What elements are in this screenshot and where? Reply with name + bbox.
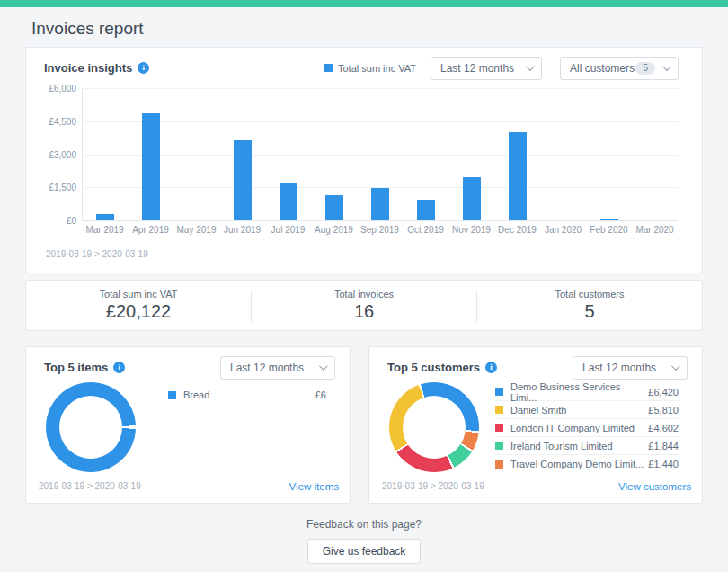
top-customers-card: Top 5 customers i Last 12 months Demo Bu… [368, 346, 703, 504]
bar-slot [266, 88, 312, 220]
legend-item-value: £5,810 [648, 405, 679, 416]
summary-total-invoices: Total invoices 16 [252, 289, 476, 322]
customers-period-dropdown[interactable]: Last 12 months [573, 356, 688, 380]
x-axis-tick: Mar 2019 [82, 225, 128, 235]
chevron-down-icon [671, 362, 680, 371]
top-items-body: Bread£6 [26, 379, 350, 481]
chevron-down-icon [319, 362, 328, 371]
bar-chart-xlabels: Mar 2019Apr 2019May 2019Jun 2019Jul 2019… [82, 225, 678, 235]
page-content: Invoices report Invoice insights i Total… [0, 18, 728, 564]
legend-swatch [495, 388, 503, 396]
x-axis-tick: Dec 2019 [494, 225, 540, 235]
bar-jul-2019[interactable] [280, 183, 297, 220]
x-axis-tick: Mar 2020 [632, 225, 678, 235]
items-period-dropdown[interactable]: Last 12 months [220, 356, 335, 380]
bar-slot [448, 88, 494, 220]
bar-jun-2019[interactable] [234, 140, 252, 220]
customers-dropdown-value: All customers [570, 62, 635, 75]
bar-slot [312, 88, 358, 220]
bar-feb-2020[interactable] [600, 219, 618, 220]
bar-dec-2019[interactable] [509, 132, 527, 220]
top-customers-footer: 2019-03-19 > 2020-03-19 View customers [369, 481, 702, 503]
info-icon[interactable]: i [113, 362, 125, 373]
customers-count-badge: 5 [635, 62, 655, 75]
insights-date-range: 2019-03-19 > 2020-03-19 [46, 249, 702, 260]
y-axis-tick: £0 [67, 216, 76, 226]
x-axis-tick: Jul 2019 [265, 225, 311, 235]
x-axis-tick: Apr 2019 [128, 225, 173, 235]
customers-dropdown[interactable]: All customers 5 [560, 57, 679, 80]
summary-total-customers: Total customers 5 [477, 289, 702, 322]
summary-value: 5 [477, 301, 702, 322]
x-axis-tick: Feb 2020 [586, 225, 632, 235]
page-title: Invoices report [31, 18, 703, 39]
x-axis-tick: Aug 2019 [311, 225, 357, 235]
x-axis-tick: Nov 2019 [448, 225, 494, 235]
bar-slot [83, 88, 129, 220]
y-axis-tick: £1,500 [49, 183, 76, 192]
top-items-header: Top 5 items i Last 12 months [26, 347, 350, 379]
period-dropdown-value: Last 12 months [440, 62, 514, 75]
legend-item-label: Travel Company Demo Limit... [510, 459, 644, 469]
info-icon[interactable]: i [485, 362, 497, 373]
bar-slot [403, 88, 448, 220]
legend-row: Travel Company Demo Limit...£1,440 [495, 455, 679, 473]
feedback-button[interactable]: Give us feedback [307, 539, 422, 564]
legend-item-label: London IT Company Limited [510, 423, 635, 433]
legend-row: Daniel Smith£5,810 [495, 401, 679, 419]
legend-item-value: £4,602 [648, 423, 679, 433]
insights-title: Invoice insights [44, 61, 132, 75]
bar-slot [129, 88, 174, 220]
bar-slot [358, 88, 404, 220]
customers-legend: Demo Business Services Limi...£6,420Dani… [495, 382, 679, 481]
period-dropdown[interactable]: Last 12 months [431, 57, 542, 80]
top-items-title: Top 5 items [44, 361, 108, 374]
top-customers-title: Top 5 customers [387, 361, 480, 374]
legend-item-value: £1,844 [648, 441, 679, 451]
customers-date-range: 2019-03-19 > 2020-03-19 [382, 481, 484, 492]
bar-slot [540, 88, 586, 220]
chart-legend: Total sum inc VAT [324, 63, 416, 74]
items-period-value: Last 12 months [230, 362, 304, 374]
bar-aug-2019[interactable] [325, 195, 343, 220]
bar-sep-2019[interactable] [371, 188, 389, 220]
x-axis-tick: Oct 2019 [403, 225, 448, 235]
legend-row: Ireland Tourism Limited£1,844 [495, 437, 679, 455]
x-axis-tick: Jan 2020 [540, 225, 586, 235]
summary-card: Total sum inc VAT £20,122 Total invoices… [25, 280, 703, 331]
legend-swatch [495, 424, 503, 432]
info-icon[interactable]: i [138, 62, 149, 74]
customers-donut-chart[interactable] [389, 382, 479, 472]
legend-swatch [324, 64, 333, 72]
top-items-footer: 2019-03-19 > 2020-03-19 View items [26, 481, 350, 503]
legend-row: Demo Business Services Limi...£6,420 [495, 383, 679, 401]
bar-oct-2019[interactable] [417, 200, 435, 220]
legend-item-value: £1,440 [648, 459, 679, 469]
x-axis-tick: May 2019 [173, 225, 219, 235]
legend-row: London IT Company Limited£4,602 [495, 419, 679, 437]
y-axis-tick: £3,000 [49, 149, 76, 159]
y-axis-tick: £6,000 [49, 84, 76, 94]
summary-total-sum: Total sum inc VAT £20,122 [26, 289, 251, 322]
top-accent-bar [0, 0, 728, 7]
items-donut-chart[interactable] [46, 382, 136, 472]
summary-value: 16 [252, 301, 476, 322]
legend-row: Bread£6 [168, 387, 326, 404]
legend-item-label: Ireland Tourism Limited [510, 441, 613, 451]
chevron-down-icon [526, 62, 535, 71]
items-legend: Bread£6 [168, 382, 326, 481]
legend-item-value: £6 [315, 389, 326, 400]
bar-slot [632, 88, 678, 220]
legend-swatch [495, 442, 503, 450]
view-items-link[interactable]: View items [289, 481, 339, 492]
bar-mar-2019[interactable] [96, 214, 114, 220]
bar-apr-2019[interactable] [142, 113, 160, 220]
x-axis-tick: Jun 2019 [219, 225, 265, 235]
bar-chart-plot: £0£1,500£3,000£4,500£6,000 [82, 88, 678, 221]
legend-swatch [495, 460, 503, 469]
legend-swatch [168, 391, 176, 399]
bars [83, 88, 678, 220]
chevron-down-icon [662, 62, 671, 71]
view-customers-link[interactable]: View customers [618, 481, 691, 492]
bar-nov-2019[interactable] [463, 177, 481, 221]
